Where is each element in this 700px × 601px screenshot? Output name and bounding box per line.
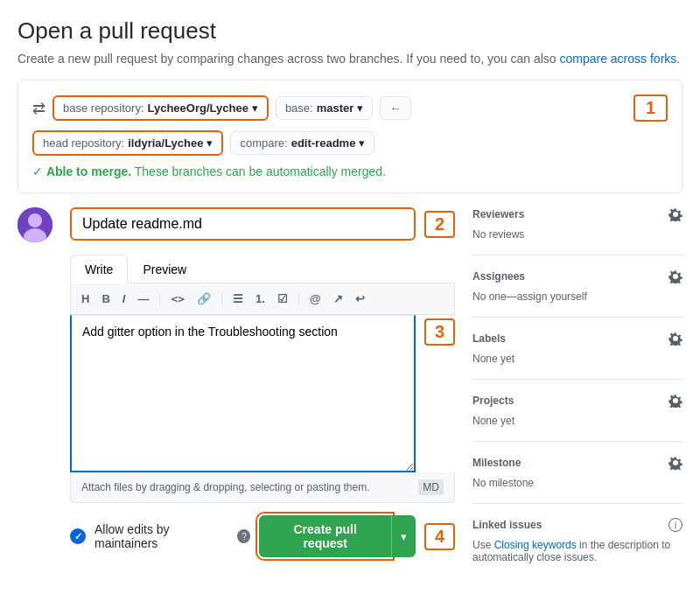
sidebar-assignees: Assignees No one—assign yourself xyxy=(472,255,682,318)
avatar xyxy=(18,207,52,242)
compare-value: edit-readme xyxy=(291,136,356,150)
toolbar-divider-3 xyxy=(298,292,299,306)
merge-text: These branches can be automatically merg… xyxy=(135,164,386,178)
toolbar-code[interactable]: <> xyxy=(167,290,188,307)
page-title: Open a pull request xyxy=(18,17,682,45)
allow-edits-label: Allow edits by maintainers xyxy=(94,522,228,550)
toolbar-unordered-list[interactable]: ☰ xyxy=(229,290,247,307)
sidebar-linked-issues: Linked issues i Use Closing keywords in … xyxy=(472,504,682,563)
linked-issues-info-icon[interactable]: i xyxy=(668,518,682,532)
toolbar-mention[interactable]: @ xyxy=(306,290,325,307)
base-branch-select[interactable]: base: master ▾ xyxy=(276,96,373,120)
sidebar-assignees-header: Assignees xyxy=(472,269,682,283)
create-btn-area: Create pull request ▾ 4 xyxy=(259,515,455,557)
base-branch-label: base: xyxy=(285,101,313,115)
toolbar-ordered-list[interactable]: 1. xyxy=(252,290,269,307)
sidebar-labels-header: Labels xyxy=(472,332,682,346)
title-row: 2 xyxy=(70,207,455,241)
sidebar-labels: Labels None yet xyxy=(472,318,682,380)
closing-keywords-link[interactable]: Closing keywords xyxy=(494,539,577,551)
step-4-badge: 4 xyxy=(424,523,455,550)
assignees-value: No one—assign yourself xyxy=(472,290,682,303)
toolbar-divider-2 xyxy=(221,292,222,306)
toolbar-heading[interactable]: H xyxy=(78,290,93,307)
step-3-badge: 3 xyxy=(424,318,455,346)
linked-issues-text: Use Closing keywords in the description … xyxy=(472,539,682,563)
pr-title-input[interactable] xyxy=(70,207,416,241)
body-row: Add gitter option in the Troubleshooting… xyxy=(70,315,455,472)
base-branch-value: master xyxy=(317,101,354,115)
allow-edits-checkbox[interactable] xyxy=(70,528,86,544)
pr-form: 2 Write Preview H B I — <> 🔗 ☰ 1. ☑ @ ↗ … xyxy=(70,207,455,563)
head-repo-select[interactable]: head repository: ildyria/Lychee ▾ xyxy=(32,130,223,156)
reviewers-value: No reviews xyxy=(472,228,682,241)
base-repo-value: LycheeOrg/Lychee xyxy=(148,101,248,115)
toolbar-italic[interactable]: I xyxy=(119,290,130,307)
reviewers-gear-icon[interactable] xyxy=(668,207,682,221)
toolbar-tasklist[interactable]: ☑ xyxy=(274,290,291,307)
base-repo-select[interactable]: base repository: LycheeOrg/Lychee ▾ xyxy=(52,95,269,121)
sidebar-projects: Projects None yet xyxy=(472,380,682,442)
compare-branch-select[interactable]: compare: edit-readme ▾ xyxy=(230,131,374,155)
check-icon: ✓ xyxy=(32,164,43,178)
toolbar-undo[interactable]: ↩ xyxy=(352,290,368,307)
page-subtitle: Create a new pull request by comparing c… xyxy=(18,52,682,66)
pr-body-textarea[interactable]: Add gitter option in the Troubleshooting… xyxy=(70,315,416,472)
pr-sidebar: Reviewers No reviews Assignees No one—as… xyxy=(472,207,682,563)
editor-toolbar: H B I — <> 🔗 ☰ 1. ☑ @ ↗ ↩ xyxy=(70,283,455,315)
base-repo-label: base repository: xyxy=(63,101,144,115)
file-attach-area[interactable]: Attach files by dragging & dropping, sel… xyxy=(70,472,455,503)
head-repo-chevron: ▾ xyxy=(206,136,213,150)
svg-point-1 xyxy=(28,213,42,227)
merge-box: ⇄ base repository: LycheeOrg/Lychee ▾ ba… xyxy=(18,80,682,193)
file-attach-text: Attach files by dragging & dropping, sel… xyxy=(81,481,370,493)
sync-icon: ⇄ xyxy=(32,99,46,118)
sidebar-milestone-title: Milestone xyxy=(472,457,521,469)
toolbar-bold[interactable]: B xyxy=(98,290,113,307)
labels-gear-icon[interactable] xyxy=(668,332,682,346)
sidebar-assignees-title: Assignees xyxy=(472,270,525,283)
step-1-badge: 1 xyxy=(634,94,668,122)
toolbar-link[interactable]: 🔗 xyxy=(193,290,214,307)
toolbar-list-ul[interactable]: — xyxy=(134,290,152,307)
toolbar-divider-1 xyxy=(159,292,160,306)
sidebar-reviewers-header: Reviewers xyxy=(472,207,682,221)
projects-value: None yet xyxy=(472,415,682,427)
sidebar-projects-header: Projects xyxy=(472,394,682,408)
bottom-row: Allow edits by maintainers ? Create pull… xyxy=(70,515,455,557)
subtitle-text: Create a new pull request by comparing c… xyxy=(18,52,556,66)
markdown-icon: MD xyxy=(418,479,444,495)
sidebar-milestone-header: Milestone xyxy=(472,456,682,470)
merge-status: ✓ Able to merge. These branches can be a… xyxy=(32,164,668,178)
compare-chevron: ▾ xyxy=(359,136,365,150)
milestone-gear-icon[interactable] xyxy=(668,456,682,470)
sidebar-reviewers-title: Reviewers xyxy=(472,208,524,220)
pr-tabs: Write Preview xyxy=(70,255,455,283)
tab-write[interactable]: Write xyxy=(70,255,128,283)
create-btn-dropdown[interactable]: ▾ xyxy=(391,515,416,557)
toolbar-ref[interactable]: ↗ xyxy=(330,290,346,307)
linked-issues-header: Linked issues i xyxy=(472,518,682,532)
tab-preview[interactable]: Preview xyxy=(128,255,201,283)
arrow-button[interactable]: ← xyxy=(380,96,410,120)
labels-value: None yet xyxy=(472,353,682,365)
create-pull-request-button[interactable]: Create pull request xyxy=(259,515,390,557)
base-branch-chevron: ▾ xyxy=(357,101,363,115)
avatar-svg xyxy=(18,207,52,242)
merge-label: Able to merge. xyxy=(46,164,131,178)
projects-gear-icon[interactable] xyxy=(668,394,682,408)
compare-forks-link[interactable]: compare across forks. xyxy=(559,52,680,66)
sidebar-milestone: Milestone No milestone xyxy=(472,442,682,504)
sidebar-reviewers: Reviewers No reviews xyxy=(472,207,682,255)
head-repo-label: head repository: xyxy=(43,136,124,150)
linked-issues-title: Linked issues xyxy=(472,519,542,531)
step-2-badge: 2 xyxy=(424,211,455,238)
milestone-value: No milestone xyxy=(472,477,682,489)
avatar-col xyxy=(18,207,52,563)
assignees-gear-icon[interactable] xyxy=(668,269,682,283)
sidebar-projects-title: Projects xyxy=(472,395,514,407)
help-icon[interactable]: ? xyxy=(237,529,250,543)
create-btn-group: Create pull request ▾ xyxy=(259,515,415,557)
sidebar-labels-title: Labels xyxy=(472,332,506,345)
compare-label: compare: xyxy=(240,136,287,150)
